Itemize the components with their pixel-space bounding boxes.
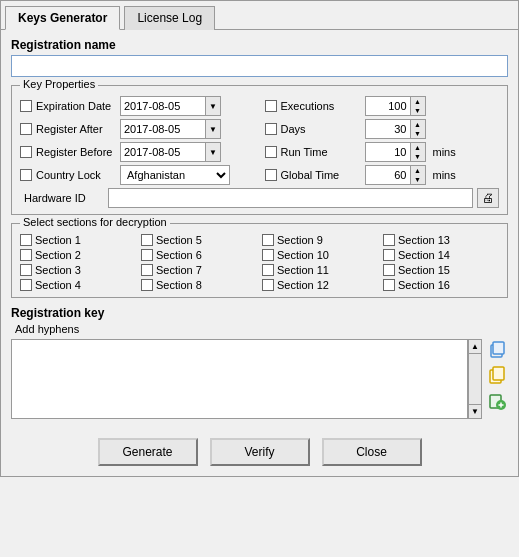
svg-rect-1 (493, 342, 504, 354)
section-6-label: Section 6 (156, 249, 202, 261)
section-7-checkbox[interactable] (262, 249, 274, 261)
section-item: Section 6 (141, 249, 257, 261)
registration-key-textarea[interactable] (11, 339, 468, 419)
register-before-dropdown[interactable]: ▼ (205, 142, 221, 162)
global-time-label: Global Time (281, 169, 361, 181)
section-5-label: Section 2 (35, 249, 81, 261)
days-input[interactable] (365, 119, 410, 139)
copy2-icon (488, 366, 506, 387)
section-2-label: Section 5 (156, 234, 202, 246)
scroll-up-btn[interactable]: ▲ (469, 340, 481, 354)
scroll-down-btn[interactable]: ▼ (469, 404, 481, 418)
section-11-label: Section 11 (277, 264, 329, 276)
run-time-input[interactable] (365, 142, 410, 162)
run-time-spin-up[interactable]: ▲ (411, 143, 425, 152)
country-lock-row: Country Lock Afghanistan Albania Algeria (20, 165, 255, 185)
global-time-unit: mins (433, 169, 456, 181)
section-1-checkbox[interactable] (20, 234, 32, 246)
global-time-input[interactable] (365, 165, 410, 185)
section-3-checkbox[interactable] (262, 234, 274, 246)
executions-label: Executions (281, 100, 361, 112)
country-lock-checkbox[interactable] (20, 169, 32, 181)
copy-icon-btn-1[interactable] (486, 339, 508, 361)
country-lock-select[interactable]: Afghanistan Albania Algeria (120, 165, 230, 185)
registration-key-label: Registration key (11, 306, 508, 320)
section-7-label: Section 10 (277, 249, 329, 261)
section-item: Section 9 (262, 234, 378, 246)
close-button[interactable]: Close (322, 438, 422, 466)
expiration-date-checkbox[interactable] (20, 100, 32, 112)
section-6-checkbox[interactable] (141, 249, 153, 261)
global-time-spin-down[interactable]: ▼ (411, 175, 425, 184)
days-spin-down[interactable]: ▼ (411, 129, 425, 138)
run-time-spin-down[interactable]: ▼ (411, 152, 425, 161)
copy1-icon (488, 340, 506, 361)
section-5-checkbox[interactable] (20, 249, 32, 261)
section-13-label: Section 4 (35, 279, 81, 291)
expiration-date-row: Expiration Date ▼ (20, 96, 255, 116)
section-1-label: Section 1 (35, 234, 81, 246)
add-green-icon-btn[interactable] (486, 391, 508, 413)
section-16-checkbox[interactable] (383, 279, 395, 291)
section-item: Section 12 (262, 279, 378, 291)
section-15-checkbox[interactable] (262, 279, 274, 291)
hardware-id-input[interactable] (108, 188, 473, 208)
registration-name-input[interactable] (11, 55, 508, 77)
global-time-row: Global Time ▲ ▼ mins (265, 165, 500, 185)
registration-key-section: Registration key Add hyphens ▲ ▼ (11, 306, 508, 422)
section-11-checkbox[interactable] (262, 264, 274, 276)
days-spin-up[interactable]: ▲ (411, 120, 425, 129)
run-time-label: Run Time (281, 146, 361, 158)
verify-button[interactable]: Verify (210, 438, 310, 466)
section-item: Section 4 (20, 279, 136, 291)
section-4-label: Section 13 (398, 234, 450, 246)
section-10-checkbox[interactable] (141, 264, 153, 276)
days-checkbox[interactable] (265, 123, 277, 135)
tab-keys-generator[interactable]: Keys Generator (5, 6, 120, 30)
registration-key-area-wrapper: ▲ ▼ (11, 339, 508, 422)
scrollbar: ▲ ▼ (468, 339, 482, 419)
section-2-checkbox[interactable] (141, 234, 153, 246)
tab-license-log[interactable]: License Log (124, 6, 215, 30)
register-before-input[interactable] (120, 142, 205, 162)
expiration-date-label: Expiration Date (36, 100, 116, 112)
expiration-date-dropdown[interactable]: ▼ (205, 96, 221, 116)
bottom-buttons: Generate Verify Close (1, 430, 518, 476)
section-9-checkbox[interactable] (20, 264, 32, 276)
register-before-combo: ▼ (120, 142, 221, 162)
section-item: Section 15 (383, 264, 499, 276)
section-4-checkbox[interactable] (383, 234, 395, 246)
section-12-label: Section 15 (398, 264, 450, 276)
register-after-label: Register After (36, 123, 116, 135)
executions-row: Executions ▲ ▼ (265, 96, 500, 116)
register-after-dropdown[interactable]: ▼ (205, 119, 221, 139)
register-before-checkbox[interactable] (20, 146, 32, 158)
section-item: Section 2 (20, 249, 136, 261)
global-time-checkbox[interactable] (265, 169, 277, 181)
section-8-checkbox[interactable] (383, 249, 395, 261)
printer-icon: 🖨 (482, 191, 494, 205)
section-8-label: Section 14 (398, 249, 450, 261)
executions-input[interactable] (365, 96, 410, 116)
section-item: Section 7 (141, 264, 257, 276)
generate-button[interactable]: Generate (98, 438, 198, 466)
global-time-spin-up[interactable]: ▲ (411, 166, 425, 175)
section-3-label: Section 9 (277, 234, 323, 246)
section-9-label: Section 3 (35, 264, 81, 276)
section-14-checkbox[interactable] (141, 279, 153, 291)
executions-spin-up[interactable]: ▲ (411, 97, 425, 106)
section-13-checkbox[interactable] (20, 279, 32, 291)
copy-icon-btn-2[interactable] (486, 365, 508, 387)
register-after-checkbox[interactable] (20, 123, 32, 135)
executions-spin-down[interactable]: ▼ (411, 106, 425, 115)
register-after-input[interactable] (120, 119, 205, 139)
hardware-id-icon-btn[interactable]: 🖨 (477, 188, 499, 208)
executions-checkbox[interactable] (265, 100, 277, 112)
run-time-checkbox[interactable] (265, 146, 277, 158)
expiration-date-input[interactable] (120, 96, 205, 116)
country-lock-label: Country Lock (36, 169, 116, 181)
section-item: Section 3 (20, 264, 136, 276)
expiration-date-combo: ▼ (120, 96, 221, 116)
svg-rect-3 (493, 367, 504, 380)
section-12-checkbox[interactable] (383, 264, 395, 276)
